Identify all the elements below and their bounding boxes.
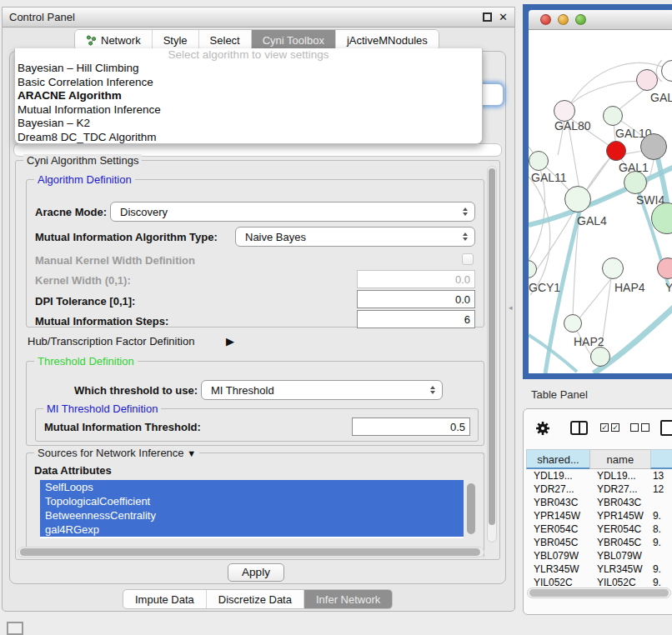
apply-button[interactable]: Apply (228, 563, 284, 582)
attribute-item-topologicalcoefficient[interactable]: TopologicalCoefficient (40, 494, 464, 508)
node[interactable] (640, 133, 667, 160)
tab-style[interactable]: Style (153, 30, 199, 50)
table-row[interactable]: YDL19...YDL19...13 (526, 469, 672, 482)
algorithm-option-aracne-algorithm[interactable]: ARACNE Algorithm (15, 89, 482, 103)
mi-threshold-group-title: MI Threshold Definition (43, 402, 161, 415)
settings-vertical-scrollbar[interactable] (487, 166, 497, 542)
mi-threshold-field[interactable]: 0.5 (352, 418, 470, 436)
close-icon[interactable]: ✕ (499, 12, 508, 22)
table-toolbar: ✓ ✓ (524, 409, 672, 448)
kernel-width-label: Kernel Width (0,1): (35, 274, 131, 287)
algorithm-option-bayesian-hill-climbing[interactable]: Bayesian – Hill Climbing (15, 62, 482, 76)
settings-group-title: Cyni Algorithm Settings (23, 154, 142, 167)
table-cell: YBR043C (526, 496, 589, 509)
expanded-arrow-icon[interactable]: ▼ (187, 448, 196, 458)
screen: Control Panel ✕ NetworkStyleSelectCyni T… (0, 0, 672, 635)
column-header-name[interactable]: name (589, 449, 650, 469)
table-cell: YIL052C (526, 576, 589, 586)
algorithm-placeholder: Select algorithm to view settings (15, 48, 482, 62)
table-cell: 9. (650, 562, 672, 576)
table-row[interactable]: YBR045CYBR045C9. (526, 536, 672, 549)
node-gal[interactable] (636, 69, 658, 91)
mi-steps-field[interactable]: 6 (357, 310, 475, 328)
tab-label: Network (101, 34, 141, 47)
table-cell: 9. (650, 509, 672, 522)
tab-jactivemnodules[interactable]: jActiveMNodules (336, 30, 439, 50)
table-row[interactable]: YLR345WYLR345W9. (526, 562, 672, 576)
node-label-gal11: GAL11 (531, 171, 567, 184)
node-gal11[interactable] (529, 151, 549, 171)
tab-label: Style (163, 34, 188, 47)
settings-horizontal-scrollbar[interactable] (18, 547, 484, 558)
node-hap2[interactable] (564, 314, 582, 332)
float-window-icon[interactable] (483, 12, 492, 22)
node-gal4[interactable] (564, 186, 591, 212)
threshold-definition-title: Threshold Definition (34, 355, 138, 368)
table-cell: YDR27... (526, 482, 589, 496)
table-panel-card: ✓ ✓ shared...name YDL19...YDL19...13YDR2… (523, 408, 672, 615)
manual-kernel-label: Manual Kernel Width Definition (35, 254, 195, 267)
algorithm-definition-title: Algorithm Definition (34, 173, 135, 186)
attributes-list-scrollbar[interactable] (467, 482, 475, 537)
bottom-tab-discretize-data[interactable]: Discretize Data (207, 590, 304, 608)
dpi-tolerance-field[interactable]: 0.0 (357, 290, 475, 308)
network-canvas[interactable]: GALGAL80GAL10GAL1GAL11SWI4GAL4GCY1HAP4YH… (529, 30, 672, 373)
column-header-shared-[interactable]: shared... (526, 449, 589, 469)
split-columns-icon[interactable] (570, 421, 588, 435)
node[interactable] (590, 347, 610, 367)
node-hap4[interactable] (602, 258, 624, 279)
collapsed-arrow-icon[interactable]: ▶ (226, 335, 234, 348)
table-cell: YBR043C (589, 496, 650, 509)
splitter-collapse-arrow[interactable]: ◂ (509, 303, 513, 312)
bottom-tab-infer-network[interactable]: Infer Network (304, 590, 392, 608)
table-header-row: shared...name (526, 449, 672, 469)
tab-select[interactable]: Select (199, 30, 252, 50)
gear-icon[interactable] (535, 421, 550, 436)
spinner-arrows-icon (430, 381, 435, 399)
checkbox-empty-icon (630, 423, 639, 432)
close-traffic-light-icon[interactable] (540, 14, 551, 25)
algorithm-option-basic-correlation-inference[interactable]: Basic Correlation Inference (15, 76, 482, 90)
table-row[interactable]: YIL052CYIL052C9. (526, 576, 672, 586)
table-cell: YPR145W (589, 509, 650, 522)
hub-definition-label: Hub/Transcription Factor Definition (28, 335, 194, 348)
algorithm-option-bayesian-k2[interactable]: Bayesian – K2 (15, 117, 482, 131)
data-attributes-list[interactable]: SelfLoopsTopologicalCoefficientBetweenne… (40, 480, 464, 538)
algorithm-option-mutual-information-inference[interactable]: Mutual Information Inference (15, 103, 482, 118)
kernel-width-field[interactable]: 0.0 (357, 270, 475, 288)
unchecked-boxes-icon[interactable] (630, 423, 649, 432)
zoom-traffic-light-icon[interactable] (575, 14, 586, 25)
algorithm-option-dream8-dc-tdc-algorithm[interactable]: Dream8 DC_TDC Algorithm (15, 131, 482, 145)
minimize-traffic-light-icon[interactable] (558, 14, 569, 25)
table-row[interactable]: YER054CYER054C8. (526, 522, 672, 536)
node-gal1[interactable] (606, 141, 626, 161)
table-cell: YBL079W (526, 549, 589, 562)
aracne-mode-combobox[interactable]: Discovery (110, 202, 475, 222)
tab-cyni-toolbox[interactable]: Cyni Toolbox (252, 30, 336, 50)
which-threshold-label: Which threshold to use: (74, 384, 198, 397)
attribute-item-betweennesscentrality[interactable]: BetweennessCentrality (40, 508, 464, 522)
table-row[interactable]: YBR043CYBR043C (526, 496, 672, 509)
table-row[interactable]: YBL079WYBL079W (526, 549, 672, 562)
network-view-window: GALGAL80GAL10GAL1GAL11SWI4GAL4GCY1HAP4YH… (523, 4, 672, 379)
table-cell: YIL052C (589, 576, 650, 586)
bottom-tab-impute-data[interactable]: Impute Data (123, 590, 207, 608)
node-attribute-table: shared...name YDL19...YDL19...13YDR27...… (526, 449, 672, 586)
table-row[interactable]: YDR27...YDR27...12 (526, 482, 672, 496)
dpi-tolerance-label: DPI Tolerance [0,1]: (35, 295, 135, 308)
mi-type-combobox[interactable]: Naive Bayes (235, 227, 475, 247)
tab-network[interactable]: Network (75, 30, 153, 50)
spinner-arrows-icon (463, 202, 468, 221)
minimized-panel-icon[interactable] (7, 622, 23, 635)
table-row[interactable]: YPR145WYPR145W9. (526, 509, 672, 522)
node-gal10[interactable] (603, 106, 623, 126)
column-header-3[interactable] (650, 449, 672, 469)
table-horizontal-scrollbar[interactable] (527, 588, 671, 598)
which-threshold-combobox[interactable]: MI Threshold (201, 380, 443, 400)
manual-kernel-checkbox[interactable] (462, 253, 474, 265)
table-doc-icon[interactable] (660, 420, 672, 436)
node-swi4[interactable] (624, 171, 647, 194)
checked-boxes-icon[interactable]: ✓ ✓ (600, 423, 619, 432)
attribute-item-gal4rgexp[interactable]: gal4RGexp (40, 522, 464, 537)
attribute-item-selfloops[interactable]: SelfLoops (40, 480, 464, 494)
